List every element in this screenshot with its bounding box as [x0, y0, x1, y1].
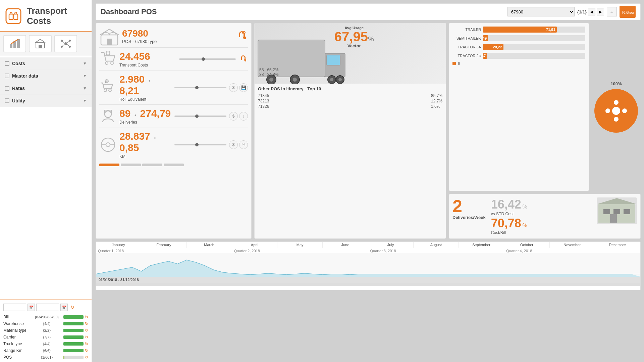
timeline-month: February	[141, 242, 186, 248]
prev-page-btn[interactable]: ◀	[588, 8, 595, 15]
deliveries-actions: $ ↓	[229, 112, 248, 121]
network-icon-btn[interactable]	[54, 35, 77, 52]
date-to-picker[interactable]: 📅	[60, 304, 68, 311]
svg-point-45	[338, 78, 342, 81]
pos-info: 67980 POS - 67980 type	[118, 28, 236, 44]
rates-chevron: ▼	[83, 86, 87, 91]
date-from-picker[interactable]: 📅	[28, 304, 35, 311]
filter-bill-refresh[interactable]: ↻	[85, 315, 88, 319]
filter-carrier-row: Carrier {7/7} ↻	[3, 334, 88, 341]
svg-rect-3	[10, 44, 12, 48]
timeline-scrollbar[interactable]	[96, 283, 640, 286]
store-icon	[99, 27, 118, 45]
timeline-month: September	[459, 242, 504, 248]
other-pos-pct-1: 85,7%	[431, 93, 442, 98]
deliveries-value: 89	[119, 108, 130, 119]
page-title: Dashboard POS	[101, 7, 157, 16]
filter-bill-row: Bill {83490/83490} ↻	[3, 314, 88, 320]
filter-truck-value: {4/4}	[43, 342, 51, 346]
page-nav: {1/1} ◀ ▶	[577, 8, 604, 15]
roll-main-value: 2.980	[119, 74, 145, 85]
vector-label: Vector	[334, 43, 374, 48]
chart-icon-btn[interactable]	[3, 35, 26, 52]
svg-rect-60	[624, 209, 630, 214]
wheel-icon	[99, 136, 117, 153]
sidebar-item-costs[interactable]: Costs ▼	[0, 57, 92, 70]
timeline-quarters: Quarter 1, 2018Quarter 2, 2018Quarter 3,…	[96, 248, 640, 254]
avg-value: 67,95%	[334, 30, 374, 43]
filter-truck-refresh[interactable]: ↻	[85, 342, 88, 346]
timeline-month: November	[550, 242, 595, 248]
timeline-quarter: Quarter 4, 2018	[504, 248, 640, 254]
filter-truck-bar: ↻	[63, 342, 88, 346]
roll-save-btn[interactable]: 💾	[239, 83, 248, 92]
other-pos-list: 71345 73213 71326 85,7% 12,7% 1,6%	[258, 93, 442, 109]
filter-warehouse-bar: ↻	[63, 321, 88, 326]
bar-fill: 4,49	[483, 35, 488, 41]
bar-chart-panel: TRAILER 71,91 SEMITRAILER 4,49 TRACTOR 3…	[449, 23, 589, 191]
filter-range-row: Range Km {6/6} ↻	[3, 347, 88, 354]
bar-row: TRAILER 71,91	[452, 27, 585, 33]
date-refresh-btn[interactable]: ↻	[69, 304, 76, 311]
other-pos-pct-3: 1,6%	[431, 104, 442, 109]
master-data-label: Master data	[5, 73, 38, 79]
km-dollar-btn[interactable]: $	[229, 140, 238, 149]
bar-value: 20,22	[493, 45, 502, 49]
filter-pos-refresh[interactable]: ↻	[85, 355, 88, 360]
svg-point-23	[111, 62, 113, 64]
svg-text:Group: Group	[626, 11, 634, 14]
filter-carrier-bar: ↻	[63, 335, 88, 340]
sidebar-item-rates[interactable]: Rates ▼	[0, 82, 92, 95]
store-icon-btn[interactable]	[29, 35, 52, 52]
svg-point-50	[605, 108, 610, 113]
roll-dollar-btn[interactable]: $	[229, 83, 238, 92]
cost-bill-value: 70,78	[491, 216, 521, 230]
roll-per-delivery: 8,21	[119, 85, 139, 96]
sidebar-item-master-data[interactable]: Master data ▼	[0, 70, 92, 82]
km-pct-btn[interactable]: %	[239, 140, 248, 149]
touch-icon-1[interactable]	[236, 30, 248, 42]
km-value: 28.837	[119, 131, 150, 142]
std-cost-value: 16,42	[491, 197, 521, 211]
km-values: 28.837 • 0,85 KM	[117, 131, 172, 159]
back-button[interactable]: ←	[607, 7, 617, 16]
del-dollar-btn[interactable]: $	[229, 112, 238, 121]
km-label: KM	[119, 154, 172, 159]
deliveries-cost-value: 274,79	[140, 108, 171, 119]
cost-bill-pct: %	[523, 223, 527, 228]
filter-carrier-refresh[interactable]: ↻	[85, 335, 88, 340]
svg-rect-61	[610, 214, 617, 223]
legend-value: 6	[458, 61, 460, 65]
page-dot-3	[142, 164, 162, 166]
next-page-btn[interactable]: ▶	[597, 8, 604, 15]
svg-rect-59	[613, 209, 620, 214]
svg-line-15	[62, 44, 64, 46]
pos-dropdown[interactable]: 67980	[507, 7, 575, 16]
transport-costs-value: 24.456	[119, 51, 150, 62]
filter-range-refresh[interactable]: ↻	[85, 348, 88, 353]
filter-material-refresh[interactable]: ↻	[85, 328, 88, 333]
touch-icon-2[interactable]	[238, 54, 248, 64]
bar-value: 3,37	[479, 54, 486, 58]
del-down-btn[interactable]: ↓	[239, 112, 248, 121]
svg-point-25	[104, 89, 107, 92]
svg-rect-1	[9, 14, 13, 19]
svg-rect-5	[17, 39, 20, 48]
bar-track: 71,91	[483, 27, 585, 33]
roll-label: Roll Equivalent	[119, 97, 172, 102]
date-to-input[interactable]	[36, 304, 59, 311]
truck-stats: 58 65,2% 38 34,8%	[259, 67, 278, 77]
roll-values: 2.980 • 8,21 Roll Equivalent	[117, 74, 172, 102]
timeline-range: 01/01/2018 - 31/12/2018	[96, 277, 640, 283]
sidebar-item-utility[interactable]: Utility ▼	[0, 95, 92, 107]
svg-point-39	[269, 78, 273, 82]
filter-material-bar: ↻	[63, 328, 88, 333]
circle-section: 100%	[592, 23, 641, 191]
roll-equivalent-row: $ 2.980 • 8,21 Roll Equivalent $	[99, 71, 248, 104]
date-from-input[interactable]	[3, 304, 26, 311]
pos-type: POS - 67980 type	[122, 39, 236, 44]
filter-warehouse-refresh[interactable]: ↻	[85, 321, 88, 326]
svg-point-31	[106, 143, 110, 147]
timeline-chart[interactable]	[96, 254, 640, 277]
avg-usage-overlay: Avg Usage 67,95% Vector	[334, 26, 374, 48]
